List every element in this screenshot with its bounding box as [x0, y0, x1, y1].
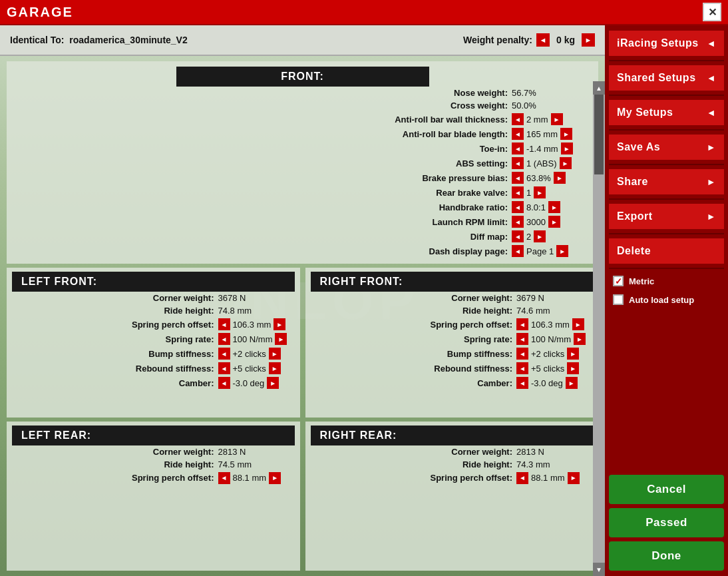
- increase-arrow-icon[interactable]: ►: [560, 128, 572, 140]
- increase-arrow-icon[interactable]: ►: [273, 318, 285, 330]
- param-label: ABS setting:: [361, 158, 508, 168]
- front-section: FRONT: Nose weight:56.7%Cross weight:50.…: [7, 61, 598, 264]
- param-value-text: 74.5 mm: [218, 459, 252, 469]
- decrease-arrow-icon[interactable]: ◄: [218, 333, 230, 345]
- increase-arrow-icon[interactable]: ►: [269, 472, 281, 484]
- export-arrow-icon: ►: [707, 211, 716, 222]
- decrease-arrow-icon[interactable]: ◄: [516, 318, 528, 330]
- scroll-down-button[interactable]: ▼: [593, 563, 605, 576]
- decrease-arrow-icon[interactable]: ◄: [512, 216, 524, 228]
- increase-arrow-icon[interactable]: ►: [561, 143, 573, 154]
- decrease-arrow-icon[interactable]: ◄: [512, 128, 524, 140]
- param-row: Spring perch offset:◄88.1 mm►: [12, 471, 295, 485]
- decrease-arrow-icon[interactable]: ◄: [218, 348, 230, 360]
- decrease-arrow-icon[interactable]: ◄: [512, 186, 524, 198]
- increase-arrow-icon[interactable]: ►: [566, 377, 578, 389]
- passed-button[interactable]: Passed: [609, 508, 724, 537]
- param-row: Ride height:74.3 mm: [311, 458, 594, 471]
- param-row: Ride height:74.5 mm: [12, 458, 295, 471]
- scroll-up-button[interactable]: ▲: [593, 81, 605, 95]
- iracing-setups-button[interactable]: iRacing Setups ◄: [609, 31, 724, 56]
- decrease-arrow-icon[interactable]: ◄: [516, 362, 528, 374]
- shared-setups-button[interactable]: Shared Setups ◄: [609, 65, 724, 91]
- decrease-arrow-icon[interactable]: ◄: [512, 143, 524, 154]
- titlebar-title: GARAGE: [7, 5, 73, 20]
- increase-arrow-icon[interactable]: ►: [567, 348, 579, 360]
- increase-arrow-icon[interactable]: ►: [574, 333, 586, 345]
- decrease-arrow-icon[interactable]: ◄: [512, 201, 524, 213]
- scroll-thumb[interactable]: [594, 95, 604, 174]
- delete-button[interactable]: Delete: [609, 238, 724, 264]
- weight-increase-button[interactable]: ►: [582, 33, 595, 47]
- decrease-arrow-icon[interactable]: ◄: [512, 157, 524, 169]
- scrollbar-track[interactable]: ▲ ▼: [593, 81, 605, 576]
- increase-arrow-icon[interactable]: ►: [269, 362, 281, 374]
- my-setups-arrow-icon: ◄: [707, 107, 716, 118]
- increase-arrow-icon[interactable]: ►: [548, 216, 560, 228]
- param-label: Ride height:: [416, 306, 512, 316]
- left-rear-header: LEFT REAR:: [12, 426, 295, 445]
- param-value-text: 2813 N: [516, 447, 544, 457]
- increase-arrow-icon[interactable]: ►: [534, 230, 546, 242]
- increase-arrow-icon[interactable]: ►: [568, 472, 580, 484]
- decrease-arrow-icon[interactable]: ◄: [516, 333, 528, 345]
- sidebar-divider-2: [609, 95, 724, 96]
- decrease-arrow-icon[interactable]: ◄: [516, 472, 528, 484]
- right-rear-params: Corner weight:2813 NRide height:74.3 mmS…: [311, 445, 594, 485]
- param-label: Anti-roll bar blade length:: [361, 129, 508, 139]
- increase-arrow-icon[interactable]: ►: [275, 333, 287, 345]
- front-header: FRONT:: [176, 67, 429, 87]
- identical-to-text: Identical To: roadamerica_30minute_V2: [10, 35, 188, 45]
- increase-arrow-icon[interactable]: ►: [560, 157, 572, 169]
- increase-arrow-icon[interactable]: ►: [554, 172, 566, 184]
- param-row: Toe-in:◄-1.4 mm►: [13, 141, 592, 156]
- param-row: Camber:◄-3.0 deg►: [311, 376, 594, 390]
- sidebar-divider-4: [609, 164, 724, 165]
- decrease-arrow-icon[interactable]: ◄: [218, 318, 230, 330]
- metric-checkbox[interactable]: [613, 276, 624, 286]
- param-label: Dash display page:: [361, 246, 508, 256]
- param-value-text: 8.0:1: [526, 202, 546, 212]
- decrease-arrow-icon[interactable]: ◄: [218, 377, 230, 389]
- param-label: Rear brake valve:: [361, 188, 508, 198]
- save-as-button[interactable]: Save As ►: [609, 135, 724, 160]
- param-label: Launch RPM limit:: [361, 217, 508, 227]
- increase-arrow-icon[interactable]: ►: [548, 201, 560, 213]
- increase-arrow-icon[interactable]: ►: [551, 113, 563, 125]
- increase-arrow-icon[interactable]: ►: [267, 377, 279, 389]
- decrease-arrow-icon[interactable]: ◄: [512, 245, 524, 257]
- right-front-params: Corner weight:3679 NRide height:74.6 mmS…: [311, 292, 594, 390]
- decrease-arrow-icon[interactable]: ◄: [512, 172, 524, 184]
- share-button[interactable]: Share ►: [609, 169, 724, 194]
- close-button[interactable]: ✕: [703, 3, 721, 21]
- left-front-header: LEFT FRONT:: [12, 272, 295, 292]
- increase-arrow-icon[interactable]: ►: [556, 245, 568, 257]
- right-front-header: RIGHT FRONT:: [311, 272, 594, 292]
- param-row: Bump stiffness:◄+2 clicks►: [12, 346, 295, 361]
- done-button[interactable]: Done: [609, 541, 724, 571]
- increase-arrow-icon[interactable]: ►: [567, 362, 579, 374]
- increase-arrow-icon[interactable]: ►: [269, 348, 281, 360]
- my-setups-button[interactable]: My Setups ◄: [609, 100, 724, 125]
- param-row: Spring perch offset:◄88.1 mm►: [311, 471, 594, 485]
- decrease-arrow-icon[interactable]: ◄: [512, 113, 524, 125]
- param-row: Spring rate:◄100 N/mm►: [12, 332, 295, 346]
- decrease-arrow-icon[interactable]: ◄: [516, 377, 528, 389]
- shared-setups-arrow-icon: ◄: [707, 73, 716, 83]
- cancel-button[interactable]: Cancel: [609, 475, 724, 504]
- increase-arrow-icon[interactable]: ►: [534, 186, 546, 198]
- decrease-arrow-icon[interactable]: ◄: [512, 230, 524, 242]
- param-value-text: 88.1 mm: [531, 473, 565, 483]
- sidebar-divider-3: [609, 129, 724, 131]
- param-row: Spring rate:◄100 N/mm►: [311, 332, 594, 346]
- decrease-arrow-icon[interactable]: ◄: [218, 362, 230, 374]
- param-value-text: 3678 N: [218, 293, 246, 303]
- auto-load-label: Auto load setup: [629, 295, 694, 305]
- param-value-text: 74.8 mm: [218, 306, 252, 316]
- auto-load-checkbox[interactable]: [613, 294, 624, 305]
- decrease-arrow-icon[interactable]: ◄: [218, 472, 230, 484]
- weight-decrease-button[interactable]: ◄: [536, 33, 550, 47]
- export-button[interactable]: Export ►: [609, 204, 724, 229]
- increase-arrow-icon[interactable]: ►: [572, 318, 584, 330]
- decrease-arrow-icon[interactable]: ◄: [516, 348, 528, 360]
